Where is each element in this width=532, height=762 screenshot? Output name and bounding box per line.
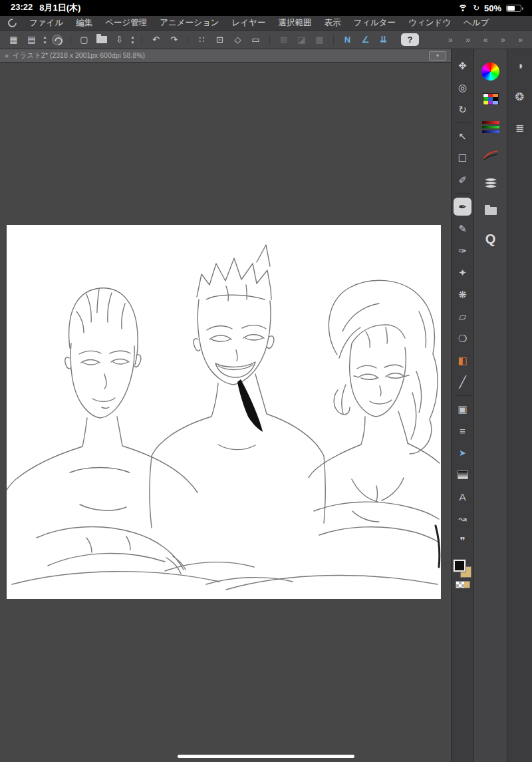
zoom-tool[interactable]: ◎ — [453, 77, 473, 98]
dock-chevron-icon[interactable]: » — [448, 35, 453, 45]
date: 8月1日(木) — [39, 2, 80, 14]
workspace: ◉ イラスト2* (2318 x 2001px 600dpi 58.8%) ▼ — [0, 49, 532, 762]
pen-tool-selected[interactable]: ✒ — [454, 198, 471, 216]
pen-pressure-icon — [483, 150, 499, 160]
figure-tool[interactable]: ╱ — [453, 371, 473, 393]
home-indicator[interactable] — [178, 755, 354, 758]
blend-tool[interactable]: ❍ — [453, 327, 473, 349]
help-button[interactable]: ? — [401, 33, 419, 46]
frame-border-tool[interactable]: ▣ — [453, 398, 473, 420]
snap-grid-icon[interactable]: ⇊ — [375, 33, 392, 47]
brush-shape-button[interactable] — [483, 169, 499, 197]
line-correct-tool[interactable]: ↝ — [453, 508, 473, 530]
tab-list-dropdown[interactable]: ▼ — [429, 51, 446, 61]
brush-shape-icon — [483, 177, 499, 189]
color-slider-button[interactable] — [482, 113, 499, 141]
redo-icon[interactable]: ↷ — [166, 33, 182, 47]
clip-studio-logo-icon[interactable] — [6, 17, 18, 29]
menu-bar: ファイル 編集 ページ管理 アニメーション レイヤー 選択範囲 表示 フィルター… — [0, 16, 532, 31]
menu-selection[interactable]: 選択範囲 — [278, 17, 311, 29]
pen-pressure-button[interactable] — [483, 141, 499, 169]
divider — [455, 122, 471, 123]
operation-tool[interactable]: ↖ — [453, 125, 473, 147]
gear-icon[interactable]: ❂ — [515, 91, 524, 103]
transform-dots-icon[interactable]: ∷ — [194, 33, 210, 47]
brush-tool[interactable]: ✑ — [453, 240, 473, 262]
object-tool[interactable]: ➤ — [453, 442, 473, 464]
orientation-lock-icon: ↻ — [473, 4, 479, 12]
separator — [142, 35, 142, 45]
menu-view[interactable]: 表示 — [324, 17, 340, 29]
material-button[interactable] — [485, 197, 497, 225]
command-bar: ▦ ▤ ▲ ▼ ▢ ⇩ ▲ ▼ ↶ ↷ ∷ ⊡ ◇ ▭ ⊠ ◪ ▩ N ∠ ⇊ … — [0, 31, 532, 49]
menu-file[interactable]: ファイル — [29, 17, 63, 29]
canvas[interactable] — [7, 225, 441, 599]
dock-chevron-icon[interactable]: « — [483, 35, 488, 45]
eraser-tool[interactable]: ▱ — [453, 305, 473, 327]
snap-special-ruler-icon[interactable]: ∠ — [357, 33, 374, 47]
menu-help[interactable]: ヘルプ — [464, 17, 489, 29]
eyedropper-tool[interactable]: ✐ — [453, 169, 473, 191]
battery-icon — [506, 5, 521, 12]
gradient-icon — [458, 471, 468, 479]
menu-window[interactable]: ウィンドウ — [408, 17, 451, 29]
dock-chevron-icon[interactable]: » — [501, 35, 505, 45]
page-manager-icon[interactable]: ▤ — [23, 33, 40, 47]
color-slider-icon — [482, 121, 499, 133]
document-tab-title[interactable]: イラスト2* (2318 x 2001px 600dpi 58.8%) — [13, 51, 145, 61]
canvas-area[interactable] — [0, 63, 451, 762]
color-set-icon — [483, 93, 499, 105]
transform-mesh-icon[interactable]: ⊡ — [211, 33, 228, 47]
transform-rotate-icon[interactable]: ◇ — [229, 33, 246, 47]
wifi-icon — [458, 5, 468, 12]
foreground-color-swatch[interactable] — [454, 560, 466, 572]
rotate-canvas-tool[interactable]: ↻ — [453, 98, 473, 120]
color-wheel-button[interactable] — [481, 57, 499, 85]
menu-layer[interactable]: レイヤー — [232, 17, 266, 29]
color-set-button[interactable] — [483, 85, 499, 113]
clock: 23:22 — [11, 2, 33, 14]
gradient-tool[interactable] — [453, 464, 473, 486]
sliders-icon[interactable]: ≣ — [515, 122, 524, 134]
foreground-background-swatch[interactable] — [454, 560, 471, 578]
snap-ruler-icon[interactable]: N — [339, 33, 356, 47]
palette-strip: Q — [473, 49, 507, 762]
menu-animation[interactable]: アニメーション — [160, 17, 219, 29]
menu-filter[interactable]: フィルター — [353, 17, 396, 29]
separator — [269, 35, 270, 45]
battery-percent: 50% — [484, 3, 501, 13]
workspace-grid-icon[interactable]: ▦ — [5, 33, 22, 47]
undo-icon[interactable]: ↶ — [148, 33, 164, 47]
save-stepper[interactable]: ▲ ▼ — [129, 35, 136, 45]
pan-tool[interactable]: ✥ — [453, 55, 473, 77]
clip-studio-ribbon-icon[interactable] — [52, 35, 63, 45]
transform-frame-icon[interactable]: ▭ — [247, 33, 264, 47]
menu-page-manage[interactable]: ページ管理 — [105, 17, 147, 29]
page-stepper[interactable]: ▲ ▼ — [41, 35, 49, 45]
edge-strip: ◑ ❂ ≣ — [507, 49, 532, 762]
disabled-layer-icon-3: ▩ — [311, 33, 328, 47]
navigator-icon: Q — [485, 232, 496, 247]
open-file-icon[interactable] — [96, 36, 107, 43]
new-canvas-icon[interactable]: ▢ — [76, 33, 92, 47]
decoration-tool[interactable]: ❋ — [453, 284, 473, 305]
airbrush-tool[interactable]: ✦ — [453, 262, 473, 284]
canvas-drawing[interactable] — [7, 225, 441, 599]
color-mixer-icon[interactable]: ◑ — [517, 60, 523, 72]
selection-marquee-tool[interactable]: ☐ — [453, 147, 473, 169]
pencil-tool[interactable]: ✎ — [453, 218, 473, 240]
separator — [333, 35, 334, 45]
ruler-tool[interactable]: ≡ — [453, 420, 473, 442]
separator — [70, 35, 70, 45]
separator — [188, 35, 188, 45]
fill-tool[interactable]: ◧ — [453, 349, 473, 371]
text-tool[interactable]: A — [453, 486, 473, 508]
menu-edit[interactable]: 編集 — [76, 17, 92, 29]
transparent-color-swatch[interactable] — [456, 581, 470, 588]
panel-dock-controls: » » « » » — [447, 35, 527, 45]
balloon-tool[interactable]: ❞ — [453, 530, 473, 552]
dock-chevron-icon[interactable]: » — [518, 35, 523, 45]
dock-chevron-icon[interactable]: » — [466, 35, 470, 45]
navigator-button[interactable]: Q — [485, 225, 496, 253]
save-icon[interactable]: ⇩ — [111, 33, 128, 47]
